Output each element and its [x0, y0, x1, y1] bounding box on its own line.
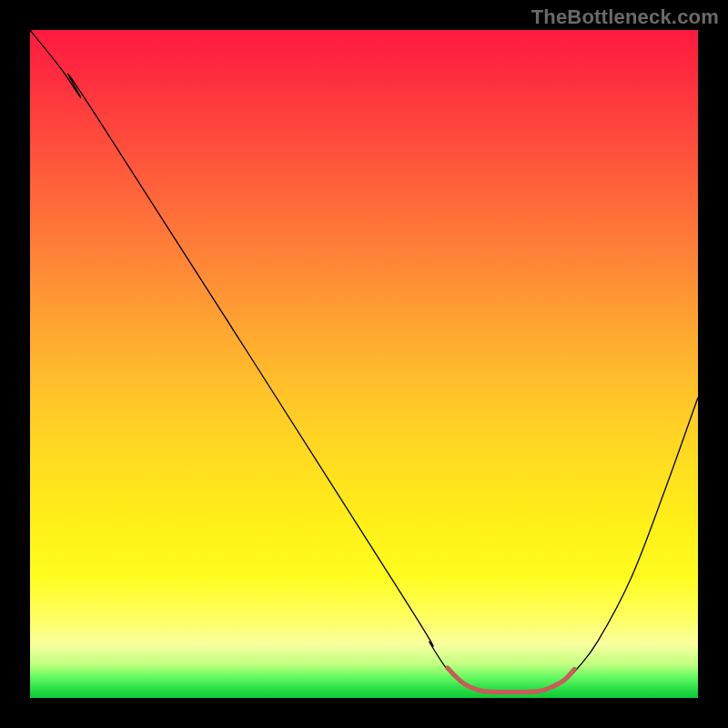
chart-frame: TheBottleneck.com — [0, 0, 728, 728]
chart-svg — [30, 30, 698, 698]
optimal-range-marker — [448, 668, 574, 692]
watermark-text: TheBottleneck.com — [531, 5, 719, 29]
bottleneck-curve — [30, 30, 698, 692]
